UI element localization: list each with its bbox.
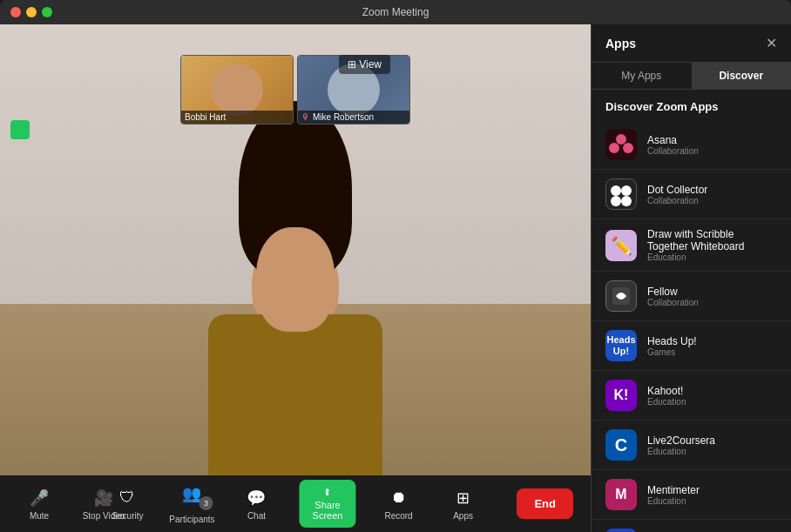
kahoot-name: Kahoot! [647, 385, 777, 397]
window-controls[interactable] [10, 7, 52, 17]
main-container: Bobbi Hart 🎙 Mike Robertson ⊞ View 🎤 Mu [0, 24, 791, 532]
app-item-fellow[interactable]: Fellow Collaboration [592, 272, 791, 321]
thumbnail-bobbi[interactable]: Bobbi Hart [180, 55, 294, 125]
person-torso [208, 314, 382, 488]
app-item-live2coursera[interactable]: C Live2Coursera Education [592, 421, 791, 470]
green-indicator [10, 120, 30, 139]
thumb-name-1: Bobbi Hart [185, 112, 226, 122]
app-item-wooclap[interactable]: W Wooclap Education [592, 520, 791, 532]
live2coursera-icon: C [605, 429, 637, 461]
app-item-dot-collector[interactable]: Dot Collector Collaboration [592, 170, 791, 219]
app-item-asana[interactable]: Asana Collaboration [592, 120, 791, 170]
record-icon: ⏺ [389, 488, 409, 508]
heads-up-name: Heads Up! [647, 335, 777, 347]
app-item-scribble[interactable]: ✏️ Draw with Scribble Together Whiteboar… [592, 219, 791, 272]
share-screen-button[interactable]: ⬆ Share Screen [299, 480, 355, 528]
svg-point-0 [616, 134, 626, 145]
apps-tool[interactable]: ⊞ Apps [442, 488, 485, 521]
svg-point-3 [611, 185, 621, 196]
maximize-button[interactable] [42, 7, 52, 17]
share-screen-label: Share Screen [311, 500, 343, 521]
wooclap-icon: W [605, 529, 637, 532]
dot-collector-category: Collaboration [647, 196, 777, 205]
live2coursera-info: Live2Coursera Education [647, 434, 777, 456]
apps-label: Apps [453, 511, 473, 521]
panel-title: Apps [605, 37, 636, 51]
person-face [256, 227, 335, 332]
thumb-person-1 [211, 64, 263, 116]
apps-icon: ⊞ [453, 488, 474, 508]
asana-info: Asana Collaboration [647, 134, 777, 156]
end-button[interactable]: End [517, 488, 573, 519]
main-person-body [182, 184, 409, 488]
mute-tool[interactable]: 🎤 Mute [17, 488, 61, 521]
mute-label: Mute [30, 511, 49, 521]
app-item-kahoot[interactable]: K! Kahoot! Education [592, 371, 791, 421]
app-list: Asana Collaboration Dot Collector Collab… [592, 120, 791, 532]
scribble-icon: ✏️ [605, 230, 637, 261]
mentimeter-category: Education [647, 496, 777, 506]
live2coursera-category: Education [647, 447, 777, 456]
record-label: Record [384, 511, 412, 521]
fellow-info: Fellow Collaboration [647, 286, 777, 307]
scribble-name: Draw with Scribble Together Whiteboard [647, 228, 777, 253]
chat-label: Chat [247, 511, 266, 521]
panel-tabs: My Apps Discover [592, 63, 791, 90]
mentimeter-name: Mentimeter [647, 484, 777, 496]
chat-tool[interactable]: 💬 Chat [234, 488, 278, 521]
close-button[interactable] [10, 7, 21, 17]
participants-label: Participants [169, 515, 214, 524]
dot-collector-icon [605, 178, 637, 210]
asana-icon [605, 129, 637, 160]
fellow-category: Collaboration [647, 298, 777, 307]
heads-up-category: Games [647, 347, 777, 357]
tab-discover[interactable]: Discover [692, 63, 792, 89]
live2coursera-name: Live2Coursera [647, 434, 777, 447]
heads-up-info: Heads Up! Games [647, 335, 777, 357]
mute-icon: 🎤 [29, 488, 50, 508]
toolbar: 🎤 Mute 🎥 Stop Video 🛡 Security 👥 3 Parti… [0, 475, 591, 532]
share-screen-icon: ⬆ [323, 487, 331, 498]
panel-close-button[interactable]: ✕ [766, 35, 777, 51]
toolbar-right: End [517, 488, 573, 519]
dot-collector-name: Dot Collector [647, 184, 777, 196]
scribble-category: Education [647, 253, 777, 262]
kahoot-category: Education [647, 397, 777, 407]
thumbnail-label-2: 🎙 Mike Robertson [298, 111, 409, 124]
mentimeter-icon: M [605, 479, 637, 510]
thumb-name-2: Mike Robertson [313, 112, 374, 122]
security-label: Security [112, 511, 143, 521]
svg-point-1 [609, 143, 619, 153]
svg-point-5 [611, 196, 621, 206]
tab-my-apps[interactable]: My Apps [592, 63, 692, 89]
svg-point-2 [623, 143, 633, 153]
asana-name: Asana [647, 134, 777, 146]
toolbar-center: 🛡 Security 👥 3 Participants 💬 Chat ⬆ Sha… [105, 480, 484, 528]
window-title: Zoom Meeting [362, 6, 429, 18]
scribble-info: Draw with Scribble Together Whiteboard E… [647, 228, 777, 262]
app-item-mentimeter[interactable]: M Mentimeter Education [592, 470, 791, 520]
svg-point-6 [621, 196, 632, 206]
svg-point-4 [621, 185, 632, 196]
share-screen-tool[interactable]: ⬆ Share Screen [299, 480, 355, 528]
apps-panel: Apps ✕ My Apps Discover Discover Zoom Ap… [591, 24, 791, 532]
minimize-button[interactable] [26, 7, 37, 17]
participants-badge: 3 [199, 496, 213, 510]
thumbnail-label-1: Bobbi Hart [181, 111, 293, 124]
asana-category: Collaboration [647, 146, 777, 156]
fellow-icon [605, 280, 637, 312]
video-area: Bobbi Hart 🎙 Mike Robertson ⊞ View 🎤 Mu [0, 24, 591, 532]
participants-tool[interactable]: 👥 3 Participants [170, 483, 213, 524]
kahoot-info: Kahoot! Education [647, 385, 777, 407]
security-tool[interactable]: 🛡 Security [105, 488, 149, 521]
fellow-name: Fellow [647, 286, 777, 298]
view-button[interactable]: ⊞ View [339, 55, 390, 74]
dot-collector-info: Dot Collector Collaboration [647, 184, 777, 205]
record-tool[interactable]: ⏺ Record [377, 488, 421, 521]
chat-icon: 💬 [246, 488, 267, 508]
heads-up-icon: HeadsUp! [605, 330, 637, 361]
title-bar: Zoom Meeting [0, 0, 791, 24]
security-icon: 🛡 [117, 488, 138, 508]
kahoot-icon: K! [605, 380, 637, 411]
app-item-heads-up[interactable]: HeadsUp! Heads Up! Games [592, 321, 791, 371]
